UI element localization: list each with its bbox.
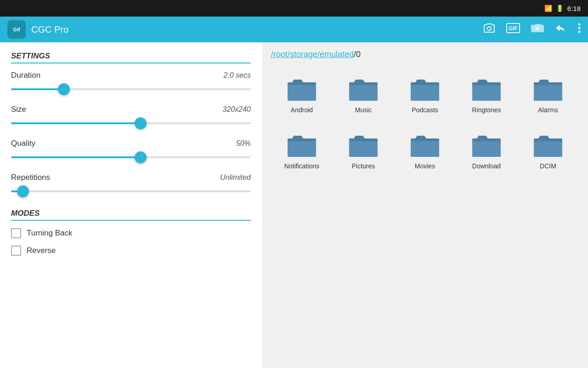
repetitions-value: Unlimited: [220, 173, 251, 182]
svg-point-3: [578, 23, 581, 26]
folder-dcim[interactable]: DCIM: [517, 123, 579, 179]
folder-pictures[interactable]: Pictures: [333, 123, 394, 179]
duration-value: 2.0 secs: [223, 71, 251, 80]
size-value: 320x240: [223, 105, 251, 114]
reply-icon[interactable]: [555, 23, 567, 36]
folder-android[interactable]: Android: [271, 67, 333, 123]
reverse-checkbox[interactable]: [11, 246, 21, 256]
modes-title: MODES: [11, 209, 251, 218]
repetitions-track-bg: [11, 190, 251, 192]
status-time: 6:18: [567, 5, 581, 12]
folder-pictures-label: Pictures: [352, 162, 375, 170]
settings-divider: [11, 63, 251, 63]
gif-icon[interactable]: GIF: [506, 23, 520, 36]
folder-dcim-icon: [532, 132, 564, 159]
duration-setting: Duration 2.0 secs: [11, 71, 251, 96]
path-rest: /0: [354, 50, 361, 59]
folder-android-icon: [286, 76, 318, 103]
repetitions-setting: Repetitions Unlimited: [11, 173, 251, 198]
folder-movies[interactable]: Movies: [394, 123, 456, 179]
folder-movies-icon: [409, 132, 441, 159]
folder-alarms-label: Alarms: [538, 106, 558, 114]
wifi-icon: 📶: [544, 5, 552, 12]
folder-podcasts-icon: [409, 76, 441, 103]
main-content: SETTINGS Duration 2.0 secs Size 320x24: [0, 42, 588, 368]
folder-alarms[interactable]: Alarms: [517, 67, 579, 123]
duration-thumb[interactable]: [58, 83, 70, 95]
modes-section: MODES Turning Back Reverse: [11, 209, 251, 256]
repetitions-label: Repetitions: [11, 173, 50, 182]
turning-back-label: Turning Back: [27, 229, 73, 238]
more-icon[interactable]: [578, 23, 581, 36]
folder-download-label: Download: [472, 162, 501, 170]
settings-section: SETTINGS Duration 2.0 secs Size 320x24: [11, 52, 251, 198]
folder-camera-icon[interactable]: [531, 23, 544, 36]
toolbar-actions: GIF: [483, 23, 581, 36]
folder-alarms-icon: [532, 76, 564, 103]
size-thumb[interactable]: [135, 117, 147, 129]
path-root: /root/storage/emulated: [271, 50, 354, 59]
folder-notifications-label: Notifications: [284, 162, 319, 170]
folder-music-icon: [347, 76, 379, 103]
settings-title: SETTINGS: [11, 52, 251, 61]
folder-podcasts-label: Podcasts: [412, 106, 438, 114]
svg-point-5: [578, 31, 581, 33]
app-logo: Gif: [7, 20, 26, 39]
folder-ringtones-icon: [470, 76, 503, 103]
duration-label: Duration: [11, 71, 40, 80]
folder-pictures-icon: [347, 132, 379, 159]
svg-point-2: [536, 27, 539, 30]
toolbar: Gif CGC Pro GIF: [0, 17, 588, 42]
folder-music-label: Music: [355, 106, 372, 114]
modes-divider: [11, 220, 251, 221]
camera-icon[interactable]: [483, 23, 495, 36]
quality-value: 50%: [236, 139, 251, 148]
repetitions-thumb[interactable]: [17, 185, 29, 197]
status-bar: 📶 🔋 6:18: [0, 0, 588, 17]
reverse-row: Reverse: [11, 246, 251, 256]
quality-setting: Quality 50%: [11, 139, 251, 164]
folder-download[interactable]: Download: [456, 123, 517, 179]
folder-music[interactable]: Music: [333, 67, 394, 123]
quality-thumb[interactable]: [135, 151, 147, 163]
duration-track-filled: [11, 88, 64, 90]
battery-icon: 🔋: [556, 5, 564, 12]
logo-text: Gif: [13, 27, 20, 32]
duration-slider[interactable]: [11, 83, 251, 96]
reverse-label: Reverse: [27, 246, 56, 255]
quality-track-filled: [11, 156, 141, 158]
folder-download-icon: [470, 132, 503, 159]
left-panel: SETTINGS Duration 2.0 secs Size 320x24: [0, 42, 262, 368]
folder-podcasts[interactable]: Podcasts: [394, 67, 456, 123]
folder-grid: Android Music Podcasts: [271, 67, 579, 179]
folder-movies-label: Movies: [415, 162, 435, 170]
repetitions-slider[interactable]: [11, 185, 251, 198]
path-bar: /root/storage/emulated/0: [271, 50, 579, 59]
folder-notifications[interactable]: Notifications: [271, 123, 333, 179]
quality-label: Quality: [11, 139, 35, 148]
folder-android-label: Android: [291, 106, 313, 114]
size-track-filled: [11, 122, 141, 124]
svg-text:GIF: GIF: [509, 25, 518, 32]
folder-dcim-label: DCIM: [540, 162, 556, 170]
app-title: CGC Pro: [31, 24, 478, 35]
right-panel: /root/storage/emulated/0 Android Music: [262, 42, 588, 368]
quality-slider[interactable]: [11, 151, 251, 164]
folder-ringtones-label: Ringtones: [472, 106, 501, 114]
turning-back-row: Turning Back: [11, 228, 251, 238]
folder-notifications-icon: [286, 132, 318, 159]
size-slider[interactable]: [11, 117, 251, 130]
turning-back-checkbox[interactable]: [11, 228, 21, 238]
folder-ringtones[interactable]: Ringtones: [456, 67, 517, 123]
size-label: Size: [11, 105, 26, 114]
size-setting: Size 320x240: [11, 105, 251, 130]
svg-point-4: [578, 27, 581, 29]
